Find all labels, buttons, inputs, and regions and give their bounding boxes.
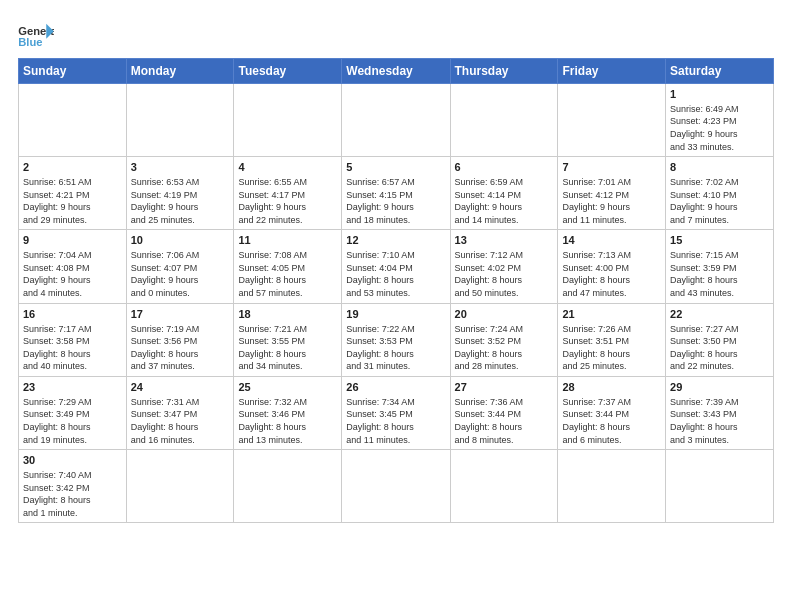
calendar-day-cell: 24Sunrise: 7:31 AM Sunset: 3:47 PM Dayli… bbox=[126, 376, 234, 449]
day-info: Sunrise: 7:19 AM Sunset: 3:56 PM Dayligh… bbox=[131, 323, 230, 373]
calendar-day-cell: 1Sunrise: 6:49 AM Sunset: 4:23 PM Daylig… bbox=[666, 84, 774, 157]
calendar-day-cell: 14Sunrise: 7:13 AM Sunset: 4:00 PM Dayli… bbox=[558, 230, 666, 303]
header: General Blue bbox=[18, 18, 774, 50]
day-info: Sunrise: 7:17 AM Sunset: 3:58 PM Dayligh… bbox=[23, 323, 122, 373]
day-number: 8 bbox=[670, 160, 769, 175]
calendar-day-cell bbox=[558, 450, 666, 523]
calendar-day-cell: 27Sunrise: 7:36 AM Sunset: 3:44 PM Dayli… bbox=[450, 376, 558, 449]
day-number: 6 bbox=[455, 160, 554, 175]
calendar-day-cell: 30Sunrise: 7:40 AM Sunset: 3:42 PM Dayli… bbox=[19, 450, 127, 523]
calendar-day-header: Tuesday bbox=[234, 59, 342, 84]
calendar-day-cell: 25Sunrise: 7:32 AM Sunset: 3:46 PM Dayli… bbox=[234, 376, 342, 449]
calendar-day-cell: 15Sunrise: 7:15 AM Sunset: 3:59 PM Dayli… bbox=[666, 230, 774, 303]
calendar-day-cell: 20Sunrise: 7:24 AM Sunset: 3:52 PM Dayli… bbox=[450, 303, 558, 376]
calendar-day-cell: 11Sunrise: 7:08 AM Sunset: 4:05 PM Dayli… bbox=[234, 230, 342, 303]
calendar-day-header: Thursday bbox=[450, 59, 558, 84]
day-number: 21 bbox=[562, 307, 661, 322]
calendar-day-cell: 13Sunrise: 7:12 AM Sunset: 4:02 PM Dayli… bbox=[450, 230, 558, 303]
calendar-day-cell bbox=[450, 450, 558, 523]
calendar-week-row: 9Sunrise: 7:04 AM Sunset: 4:08 PM Daylig… bbox=[19, 230, 774, 303]
day-info: Sunrise: 6:55 AM Sunset: 4:17 PM Dayligh… bbox=[238, 176, 337, 226]
svg-text:Blue: Blue bbox=[18, 36, 42, 48]
calendar-day-cell: 8Sunrise: 7:02 AM Sunset: 4:10 PM Daylig… bbox=[666, 157, 774, 230]
calendar-day-cell: 21Sunrise: 7:26 AM Sunset: 3:51 PM Dayli… bbox=[558, 303, 666, 376]
calendar-day-header: Monday bbox=[126, 59, 234, 84]
day-number: 19 bbox=[346, 307, 445, 322]
day-info: Sunrise: 6:49 AM Sunset: 4:23 PM Dayligh… bbox=[670, 103, 769, 153]
day-info: Sunrise: 7:21 AM Sunset: 3:55 PM Dayligh… bbox=[238, 323, 337, 373]
calendar-week-row: 30Sunrise: 7:40 AM Sunset: 3:42 PM Dayli… bbox=[19, 450, 774, 523]
day-number: 30 bbox=[23, 453, 122, 468]
day-number: 22 bbox=[670, 307, 769, 322]
day-number: 11 bbox=[238, 233, 337, 248]
calendar-day-cell: 9Sunrise: 7:04 AM Sunset: 4:08 PM Daylig… bbox=[19, 230, 127, 303]
day-number: 18 bbox=[238, 307, 337, 322]
calendar-day-cell: 16Sunrise: 7:17 AM Sunset: 3:58 PM Dayli… bbox=[19, 303, 127, 376]
calendar-day-cell: 19Sunrise: 7:22 AM Sunset: 3:53 PM Dayli… bbox=[342, 303, 450, 376]
day-number: 14 bbox=[562, 233, 661, 248]
day-number: 24 bbox=[131, 380, 230, 395]
calendar-day-cell: 29Sunrise: 7:39 AM Sunset: 3:43 PM Dayli… bbox=[666, 376, 774, 449]
calendar-day-cell bbox=[342, 450, 450, 523]
calendar-day-cell bbox=[234, 84, 342, 157]
day-number: 7 bbox=[562, 160, 661, 175]
calendar-day-header: Saturday bbox=[666, 59, 774, 84]
day-info: Sunrise: 6:53 AM Sunset: 4:19 PM Dayligh… bbox=[131, 176, 230, 226]
calendar-day-cell: 17Sunrise: 7:19 AM Sunset: 3:56 PM Dayli… bbox=[126, 303, 234, 376]
calendar-day-header: Sunday bbox=[19, 59, 127, 84]
calendar-day-cell: 5Sunrise: 6:57 AM Sunset: 4:15 PM Daylig… bbox=[342, 157, 450, 230]
day-number: 12 bbox=[346, 233, 445, 248]
calendar-day-cell: 3Sunrise: 6:53 AM Sunset: 4:19 PM Daylig… bbox=[126, 157, 234, 230]
calendar-day-cell: 2Sunrise: 6:51 AM Sunset: 4:21 PM Daylig… bbox=[19, 157, 127, 230]
day-number: 13 bbox=[455, 233, 554, 248]
calendar-day-cell: 22Sunrise: 7:27 AM Sunset: 3:50 PM Dayli… bbox=[666, 303, 774, 376]
day-info: Sunrise: 7:15 AM Sunset: 3:59 PM Dayligh… bbox=[670, 249, 769, 299]
calendar-day-cell bbox=[558, 84, 666, 157]
day-info: Sunrise: 7:31 AM Sunset: 3:47 PM Dayligh… bbox=[131, 396, 230, 446]
day-number: 2 bbox=[23, 160, 122, 175]
page: General Blue SundayMondayTuesdayWednesda… bbox=[0, 0, 792, 533]
day-info: Sunrise: 7:12 AM Sunset: 4:02 PM Dayligh… bbox=[455, 249, 554, 299]
day-info: Sunrise: 7:36 AM Sunset: 3:44 PM Dayligh… bbox=[455, 396, 554, 446]
day-info: Sunrise: 7:27 AM Sunset: 3:50 PM Dayligh… bbox=[670, 323, 769, 373]
calendar-day-header: Wednesday bbox=[342, 59, 450, 84]
day-info: Sunrise: 6:59 AM Sunset: 4:14 PM Dayligh… bbox=[455, 176, 554, 226]
day-number: 3 bbox=[131, 160, 230, 175]
day-info: Sunrise: 7:32 AM Sunset: 3:46 PM Dayligh… bbox=[238, 396, 337, 446]
calendar-day-cell: 7Sunrise: 7:01 AM Sunset: 4:12 PM Daylig… bbox=[558, 157, 666, 230]
day-info: Sunrise: 7:10 AM Sunset: 4:04 PM Dayligh… bbox=[346, 249, 445, 299]
calendar-day-cell bbox=[342, 84, 450, 157]
day-number: 17 bbox=[131, 307, 230, 322]
day-number: 1 bbox=[670, 87, 769, 102]
day-info: Sunrise: 7:13 AM Sunset: 4:00 PM Dayligh… bbox=[562, 249, 661, 299]
calendar-day-header: Friday bbox=[558, 59, 666, 84]
calendar-week-row: 16Sunrise: 7:17 AM Sunset: 3:58 PM Dayli… bbox=[19, 303, 774, 376]
day-info: Sunrise: 6:57 AM Sunset: 4:15 PM Dayligh… bbox=[346, 176, 445, 226]
calendar-week-row: 2Sunrise: 6:51 AM Sunset: 4:21 PM Daylig… bbox=[19, 157, 774, 230]
day-info: Sunrise: 7:06 AM Sunset: 4:07 PM Dayligh… bbox=[131, 249, 230, 299]
day-number: 4 bbox=[238, 160, 337, 175]
day-number: 28 bbox=[562, 380, 661, 395]
day-info: Sunrise: 7:08 AM Sunset: 4:05 PM Dayligh… bbox=[238, 249, 337, 299]
day-number: 23 bbox=[23, 380, 122, 395]
day-number: 20 bbox=[455, 307, 554, 322]
day-number: 10 bbox=[131, 233, 230, 248]
logo: General Blue bbox=[18, 22, 54, 50]
calendar-day-cell bbox=[19, 84, 127, 157]
day-info: Sunrise: 7:37 AM Sunset: 3:44 PM Dayligh… bbox=[562, 396, 661, 446]
day-info: Sunrise: 7:02 AM Sunset: 4:10 PM Dayligh… bbox=[670, 176, 769, 226]
calendar-table: SundayMondayTuesdayWednesdayThursdayFrid… bbox=[18, 58, 774, 523]
day-info: Sunrise: 7:40 AM Sunset: 3:42 PM Dayligh… bbox=[23, 469, 122, 519]
day-info: Sunrise: 7:39 AM Sunset: 3:43 PM Dayligh… bbox=[670, 396, 769, 446]
day-info: Sunrise: 7:26 AM Sunset: 3:51 PM Dayligh… bbox=[562, 323, 661, 373]
day-number: 16 bbox=[23, 307, 122, 322]
day-number: 29 bbox=[670, 380, 769, 395]
calendar-day-cell bbox=[126, 84, 234, 157]
day-info: Sunrise: 6:51 AM Sunset: 4:21 PM Dayligh… bbox=[23, 176, 122, 226]
day-info: Sunrise: 7:01 AM Sunset: 4:12 PM Dayligh… bbox=[562, 176, 661, 226]
calendar-day-cell bbox=[450, 84, 558, 157]
day-number: 15 bbox=[670, 233, 769, 248]
calendar-day-cell: 12Sunrise: 7:10 AM Sunset: 4:04 PM Dayli… bbox=[342, 230, 450, 303]
day-info: Sunrise: 7:24 AM Sunset: 3:52 PM Dayligh… bbox=[455, 323, 554, 373]
day-number: 9 bbox=[23, 233, 122, 248]
